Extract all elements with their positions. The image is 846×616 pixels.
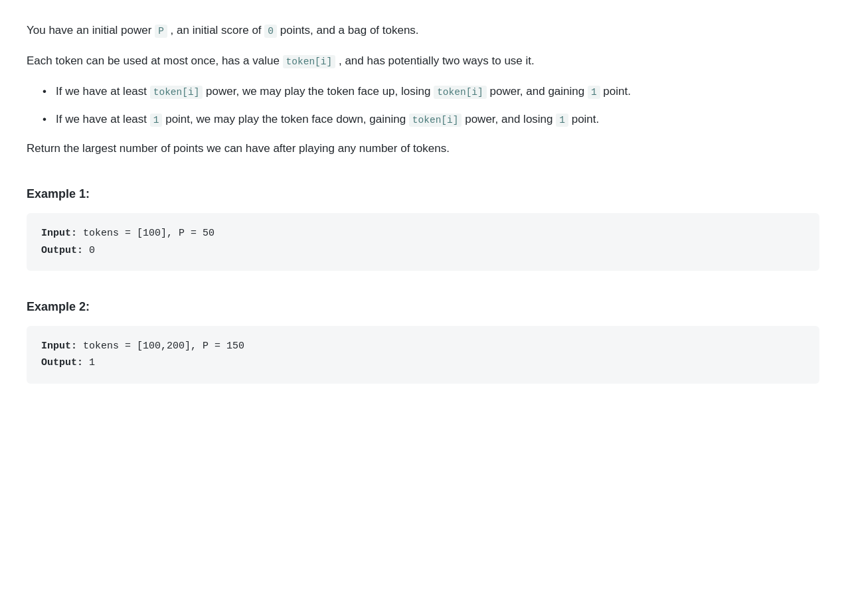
example-1-output-line: Output: 0 bbox=[41, 242, 805, 260]
example-2-output-value: 1 bbox=[83, 357, 95, 368]
bullet2-post: power, and losing bbox=[462, 113, 556, 125]
intro-text-4: Each token can be used at most once, has… bbox=[27, 54, 283, 67]
example-2-heading: Example 2: bbox=[27, 297, 819, 317]
bullet1-end: point. bbox=[600, 85, 631, 98]
bullet-list: If we have at least token[i] power, we m… bbox=[42, 82, 819, 129]
zero-code: 0 bbox=[264, 25, 277, 38]
list-item-2: If we have at least 1 point, we may play… bbox=[42, 110, 819, 129]
example-2-input-value: tokens = [100,200], P = 150 bbox=[77, 341, 244, 352]
example-2-output-label: Output: bbox=[41, 357, 83, 368]
bullet1-code3: 1 bbox=[588, 86, 600, 99]
bullet1-code1: token[i] bbox=[150, 86, 203, 99]
example-1-output-label: Output: bbox=[41, 245, 83, 256]
bullet2-code2: token[i] bbox=[409, 114, 462, 127]
intro-paragraph-1: You have an initial power P , an initial… bbox=[27, 21, 819, 40]
return-paragraph: Return the largest number of points we c… bbox=[27, 139, 819, 158]
example-1-input-value: tokens = [100], P = 50 bbox=[77, 228, 214, 239]
bullet1-post: power, and gaining bbox=[487, 85, 588, 98]
bullet1-mid: power, we may play the token face up, lo… bbox=[203, 85, 434, 98]
bullet2-pre: If we have at least bbox=[56, 113, 150, 125]
intro-text-5: , and has potentially two ways to use it… bbox=[335, 54, 535, 67]
example-2-input-line: Input: tokens = [100,200], P = 150 bbox=[41, 338, 805, 355]
bullet2-mid: point, we may play the token face down, … bbox=[162, 113, 408, 125]
intro-text-3: points, and a bag of tokens. bbox=[277, 24, 419, 37]
intro-paragraph-2: Each token can be used at most once, has… bbox=[27, 52, 819, 70]
example-1-input-line: Input: tokens = [100], P = 50 bbox=[41, 225, 805, 242]
intro-text-2: , an initial score of bbox=[167, 24, 264, 37]
p-var-code: P bbox=[155, 25, 167, 38]
bullet2-code1: 1 bbox=[150, 114, 163, 127]
bullet2-code3: 1 bbox=[556, 114, 568, 127]
bullet1-pre: If we have at least bbox=[56, 85, 150, 98]
bullet2-end: point. bbox=[568, 113, 599, 125]
example-1-heading: Example 1: bbox=[27, 185, 819, 204]
example-1-section: Example 1: Input: tokens = [100], P = 50… bbox=[27, 185, 819, 271]
example-1-code-block: Input: tokens = [100], P = 50 Output: 0 bbox=[27, 213, 819, 271]
list-item-1: If we have at least token[i] power, we m… bbox=[42, 82, 819, 101]
intro-text-1: You have an initial power bbox=[27, 24, 155, 37]
example-1-input-label: Input: bbox=[41, 228, 77, 239]
example-2-code-block: Input: tokens = [100,200], P = 150 Outpu… bbox=[27, 326, 819, 384]
token-i-code-intro: token[i] bbox=[283, 55, 336, 68]
bullet1-code2: token[i] bbox=[434, 86, 487, 99]
example-2-section: Example 2: Input: tokens = [100,200], P … bbox=[27, 297, 819, 384]
example-2-input-label: Input: bbox=[41, 341, 77, 352]
example-1-output-value: 0 bbox=[83, 245, 95, 256]
example-2-output-line: Output: 1 bbox=[41, 354, 805, 372]
